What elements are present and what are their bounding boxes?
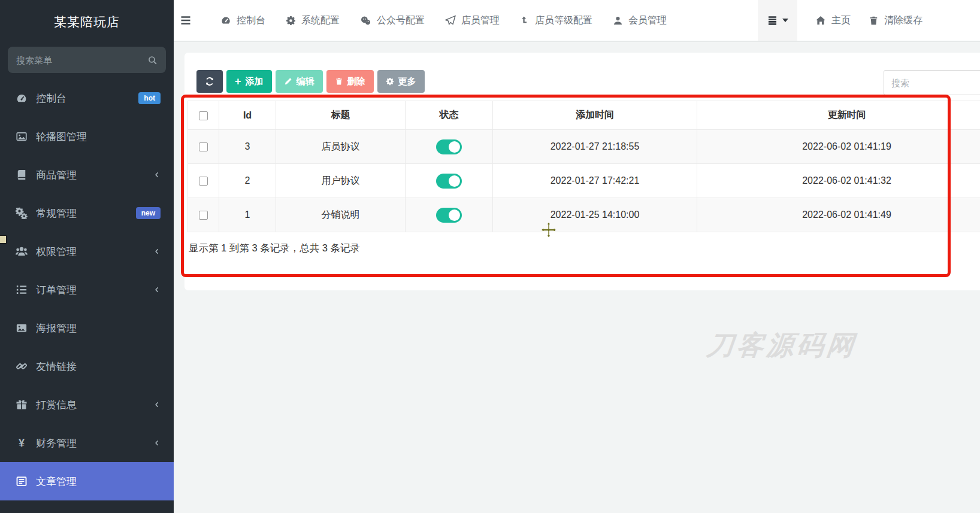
sidebar-item-general[interactable]: 常规管理 new bbox=[0, 194, 174, 232]
nav-item-label: 公众号配置 bbox=[377, 14, 425, 27]
gift-icon bbox=[14, 399, 29, 411]
cell-created: 2022-01-25 14:10:00 bbox=[493, 198, 697, 232]
plus-icon: + bbox=[235, 76, 241, 87]
trash-icon bbox=[869, 16, 879, 26]
nav-item-label: 店员等级配置 bbox=[535, 14, 592, 27]
table-row[interactable]: 1 分销说明 2022-01-25 14:10:00 2022-06-02 01… bbox=[188, 198, 980, 232]
sidebar-item-label: 轮播图管理 bbox=[36, 130, 87, 144]
home-icon bbox=[815, 15, 826, 26]
nav-item-member-management[interactable]: 会员管理 bbox=[613, 14, 667, 27]
link-icon bbox=[14, 360, 29, 372]
articles-table: Id 标题 状态 添加时间 更新时间 3 店员协议 2022-01-27 21:… bbox=[187, 101, 980, 232]
sidebar-item-label: 常规管理 bbox=[36, 207, 77, 220]
nav-item-system-config[interactable]: 系统配置 bbox=[286, 14, 340, 27]
sidebar-item-articles[interactable]: 文章管理 bbox=[0, 462, 174, 500]
nav-item-wechat-config[interactable]: 公众号配置 bbox=[360, 14, 425, 27]
table-toolbar: + 添加 编辑 删除 更多 bbox=[196, 70, 425, 93]
sidebar-item-label: 打赏信息 bbox=[36, 398, 77, 412]
table-row[interactable]: 2 用户协议 2022-01-27 17:42:21 2022-06-02 01… bbox=[188, 164, 980, 198]
cell-title: 分销说明 bbox=[276, 198, 406, 232]
level-up-icon bbox=[520, 16, 530, 25]
book-icon bbox=[14, 169, 29, 181]
wechat-icon bbox=[360, 15, 371, 26]
nav-item-clerk-level-config[interactable]: 店员等级配置 bbox=[520, 14, 592, 27]
nav-right-group: 主页 清除缓存 bbox=[758, 0, 980, 41]
menu-toggle-icon[interactable] bbox=[174, 14, 200, 26]
column-header-created: 添加时间 bbox=[493, 101, 697, 130]
cell-id: 1 bbox=[219, 198, 276, 232]
caret-down-icon bbox=[782, 19, 788, 22]
add-button[interactable]: + 添加 bbox=[226, 70, 272, 93]
sidebar-item-label: 订单管理 bbox=[36, 283, 77, 297]
nav-item-label: 店员管理 bbox=[461, 14, 500, 27]
refresh-button[interactable] bbox=[196, 70, 223, 93]
article-icon bbox=[14, 475, 29, 487]
nav-list-dropdown-button[interactable] bbox=[758, 0, 797, 41]
delete-button[interactable]: 删除 bbox=[326, 70, 374, 93]
sidebar-item-dashboard[interactable]: 控制台 hot bbox=[0, 79, 174, 117]
nav-item-label: 主页 bbox=[831, 14, 851, 27]
sidebar-item-links[interactable]: 友情链接 bbox=[0, 347, 174, 385]
sidebar-item-label: 商品管理 bbox=[36, 168, 77, 182]
column-header-id: Id bbox=[219, 101, 276, 130]
status-toggle[interactable] bbox=[436, 139, 462, 154]
nav-item-dashboard[interactable]: 控制台 bbox=[220, 14, 265, 27]
new-badge: new bbox=[136, 207, 161, 219]
table-header-row: Id 标题 状态 添加时间 更新时间 bbox=[188, 101, 980, 130]
cell-updated: 2022-06-02 01:41:19 bbox=[697, 130, 980, 164]
sidebar-item-label: 财务管理 bbox=[36, 436, 77, 450]
chevron-left-icon bbox=[153, 171, 161, 178]
dashboard-icon bbox=[14, 92, 29, 104]
sidebar-item-orders[interactable]: 订单管理 bbox=[0, 271, 174, 309]
more-button[interactable]: 更多 bbox=[377, 70, 425, 93]
sidebar-item-label: 友情链接 bbox=[36, 360, 77, 374]
dashboard-icon bbox=[220, 15, 231, 26]
sidebar-item-finance[interactable]: ¥ 财务管理 bbox=[0, 424, 174, 462]
cell-created: 2022-01-27 21:18:55 bbox=[493, 130, 697, 164]
chevron-left-icon bbox=[153, 286, 161, 293]
sidebar-search[interactable] bbox=[8, 47, 166, 73]
nav-item-label: 会员管理 bbox=[628, 14, 667, 27]
cell-created: 2022-01-27 17:42:21 bbox=[493, 164, 697, 198]
sidebar-item-posters[interactable]: 海报管理 bbox=[0, 309, 174, 347]
delete-button-label: 删除 bbox=[347, 76, 365, 87]
select-all-checkbox[interactable] bbox=[199, 111, 208, 120]
edit-button[interactable]: 编辑 bbox=[276, 70, 323, 93]
nav-item-clear-cache[interactable]: 清除缓存 bbox=[869, 14, 922, 27]
cell-updated: 2022-06-02 01:41:32 bbox=[697, 164, 980, 198]
column-header-title: 标题 bbox=[276, 101, 406, 130]
hot-badge: hot bbox=[138, 92, 161, 104]
status-toggle[interactable] bbox=[436, 174, 462, 189]
cell-id: 2 bbox=[219, 164, 276, 198]
cell-title: 用户协议 bbox=[276, 164, 406, 198]
nav-item-home[interactable]: 主页 bbox=[815, 14, 851, 27]
row-checkbox[interactable] bbox=[199, 211, 208, 220]
nav-item-clerk-management[interactable]: 店员管理 bbox=[445, 14, 500, 27]
sidebar: 某某陪玩店 控制台 hot 轮播图管理 商品管理 常规管理 new 权限管理 bbox=[0, 0, 174, 513]
refresh-icon bbox=[205, 77, 214, 86]
users-icon bbox=[14, 245, 29, 257]
search-icon bbox=[147, 55, 158, 65]
sidebar-item-carousel[interactable]: 轮播图管理 bbox=[0, 117, 174, 156]
edit-button-label: 编辑 bbox=[297, 76, 314, 87]
more-button-label: 更多 bbox=[398, 76, 416, 87]
row-checkbox[interactable] bbox=[199, 177, 208, 186]
sidebar-item-label: 海报管理 bbox=[36, 321, 77, 335]
status-toggle[interactable] bbox=[436, 208, 462, 223]
chevron-left-icon bbox=[153, 439, 161, 447]
user-icon bbox=[613, 16, 623, 26]
row-checkbox[interactable] bbox=[199, 142, 208, 151]
gears-icon bbox=[14, 207, 29, 219]
table-search-input[interactable] bbox=[884, 70, 980, 95]
pagination-summary: 显示第 1 到第 3 条记录，总共 3 条记录 bbox=[189, 242, 360, 255]
sidebar-search-input[interactable] bbox=[16, 55, 147, 65]
table-row[interactable]: 3 店员协议 2022-01-27 21:18:55 2022-06-02 01… bbox=[188, 130, 980, 164]
sidebar-item-permissions[interactable]: 权限管理 bbox=[0, 232, 174, 271]
brand-title: 某某陪玩店 bbox=[0, 0, 174, 42]
sidebar-item-rewards[interactable]: 打赏信息 bbox=[0, 385, 174, 424]
paper-plane-icon bbox=[445, 15, 456, 26]
sidebar-item-products[interactable]: 商品管理 bbox=[0, 156, 174, 194]
nav-item-label: 系统配置 bbox=[301, 14, 340, 27]
chevron-left-icon bbox=[153, 248, 161, 255]
sidebar-menu: 控制台 hot 轮播图管理 商品管理 常规管理 new 权限管理 订单管理 bbox=[0, 79, 174, 500]
